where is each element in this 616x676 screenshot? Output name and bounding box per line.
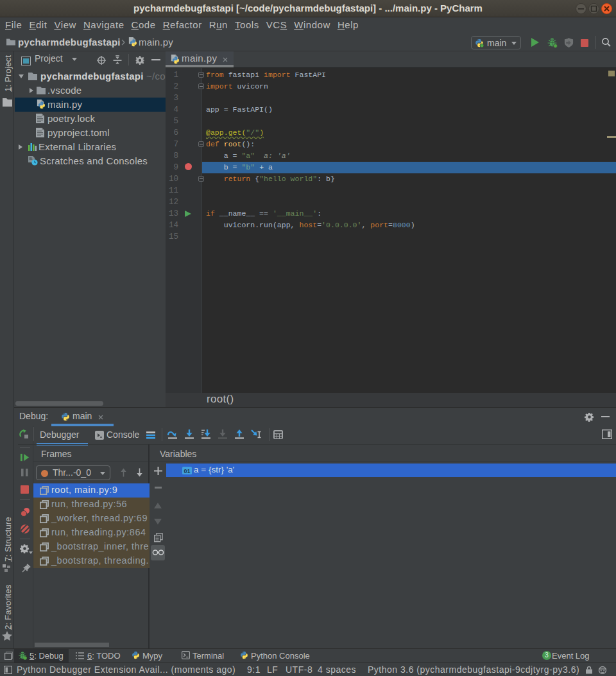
svg-text:01: 01 bbox=[184, 468, 190, 474]
